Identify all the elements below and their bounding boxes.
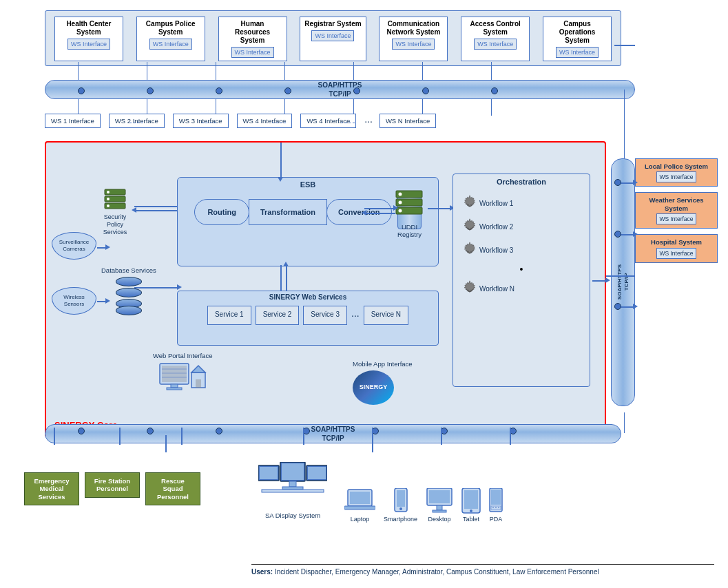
svg-rect-37 xyxy=(344,506,375,510)
svg-point-40 xyxy=(399,507,402,510)
service-3: Service 3 xyxy=(303,306,347,325)
uddi-esb-arrowhead xyxy=(362,210,366,216)
esb-sec-arrowhead xyxy=(132,207,136,213)
svg-rect-29 xyxy=(282,463,304,480)
rescue-squad-title: Rescue Squad Personnel xyxy=(152,477,194,501)
tablet-icon xyxy=(461,488,481,514)
ws-iface-5: WS 4 Interface xyxy=(300,114,356,128)
bpipe-to-laptop xyxy=(372,428,373,445)
top-pipe: SOAP/HTTPS TCP/IP xyxy=(45,80,635,99)
web-portal-label: Web Portal Interface xyxy=(153,352,212,359)
workflow-n-item: Workflow N xyxy=(460,279,583,298)
rpipe-dot-2 xyxy=(614,231,621,238)
sinergy-logo-text: SINERGY xyxy=(360,384,388,391)
human-resources-ws: WS Interface xyxy=(231,47,274,58)
right-vertical-pipe: SOAP/HTTPSTCP/IP xyxy=(611,158,635,406)
esb-to-ws-vline xyxy=(280,265,282,293)
db-disk-1 xyxy=(116,277,142,286)
laptop-group: Laptop xyxy=(344,488,375,523)
server-icon-group xyxy=(101,184,129,211)
right-systems-group: Local Police System WS Interface Weather… xyxy=(635,158,718,269)
dash-2 xyxy=(202,123,216,123)
sinergy-core: SINERGY Core SurveillanceCameras Wireles… xyxy=(45,141,606,437)
hosp-arrowhead xyxy=(633,304,638,309)
wireless-cloud: WirelessSensors xyxy=(52,287,96,315)
main-wrapper: Health Center System WS Interface Campus… xyxy=(7,7,721,581)
health-center-ws: WS Interface xyxy=(67,39,110,50)
ws-iface-1: WS 1 Interface xyxy=(45,114,101,128)
svg-rect-33 xyxy=(282,487,303,490)
uddi-server-svg xyxy=(394,187,425,222)
right-top-pipe-hconn xyxy=(614,45,635,46)
campus-police-ws: WS Interface xyxy=(149,39,192,50)
desktop-icon xyxy=(426,488,453,514)
rescue-squad-box: Rescue Squad Personnel xyxy=(145,472,200,505)
vconn-1 xyxy=(78,62,79,81)
users-text: Users: Incident Dispacher, Emergency Man… xyxy=(251,568,714,576)
pipe-dot-7 xyxy=(491,87,498,94)
laptop-icon xyxy=(344,488,375,514)
svg-rect-27 xyxy=(260,467,278,479)
system-human-resources: Human Resources System WS Interface xyxy=(218,17,287,61)
bpipe-dot-5 xyxy=(372,428,379,434)
pipe-dot-5 xyxy=(353,87,360,94)
svg-rect-31 xyxy=(308,467,326,479)
uddi-label: UDDIRegistry xyxy=(394,223,425,239)
server-svg xyxy=(101,184,129,211)
communication-title: Communication Network System xyxy=(384,20,443,36)
campus-operations-title: Campus Operations System xyxy=(548,20,607,45)
svg-rect-42 xyxy=(429,490,450,503)
pipe-dot-4 xyxy=(284,87,291,94)
access-control-ws: WS Interface xyxy=(474,39,517,50)
campus-operations-ws: WS Interface xyxy=(556,47,599,58)
bottom-green-systems: Emergency Medical Services Fire Station … xyxy=(24,472,200,505)
bpipe-to-devices xyxy=(510,428,511,445)
db-disk-2 xyxy=(116,288,142,297)
uddi-to-esb-arrow xyxy=(364,213,395,214)
sec-to-esb-arrow xyxy=(134,206,179,207)
top-esb-arrowhead xyxy=(278,177,283,182)
bpipe-dot-3 xyxy=(216,428,222,434)
workflow-ellipsis: • xyxy=(453,264,590,275)
workflow-2-item: Workflow 2 xyxy=(460,217,583,236)
hospital-title: Hospital System xyxy=(639,238,714,246)
communication-ws: WS Interface xyxy=(392,39,435,50)
service-2: Service 2 xyxy=(256,306,300,325)
vconn-5 xyxy=(353,62,354,81)
workflow-2-label: Workflow 2 xyxy=(479,223,513,231)
ws-iface-2: WS 2 Interface xyxy=(109,114,165,128)
svg-point-5 xyxy=(107,204,110,207)
pipe-dot-6 xyxy=(422,87,429,94)
sa-display-group: SA Display System xyxy=(258,462,327,519)
ws-interfaces-row: WS 1 Interface WS 2 Interface WS 3 Inter… xyxy=(45,114,621,128)
gear-icon-2 xyxy=(460,217,479,236)
web-portal-icon xyxy=(158,362,207,400)
workflow-1-label: Workflow 1 xyxy=(479,200,513,207)
bottom-pipe-container: SOAP/HTTPS TCP/IP xyxy=(45,424,621,443)
top-systems-row: Health Center System WS Interface Campus… xyxy=(50,17,616,61)
esb-to-uddi-arrow xyxy=(364,208,395,209)
vconn-2 xyxy=(147,62,147,81)
svg-rect-22 xyxy=(167,388,182,390)
desktop-group: Desktop xyxy=(426,488,453,523)
ws-to-esb-vline xyxy=(286,265,287,293)
top-pipe-container: SOAP/HTTPS TCP/IP xyxy=(45,80,635,99)
right-pipe-label: SOAP/HTTPSTCP/IP xyxy=(616,264,630,300)
weather-ws: WS Interface xyxy=(656,213,696,224)
workflow-3-label: Workflow 3 xyxy=(479,246,513,254)
right-system-local-police: Local Police System WS Interface xyxy=(635,158,718,187)
workflow-n-label: Workflow N xyxy=(479,285,514,293)
svg-rect-25 xyxy=(196,379,201,388)
bottom-devices-row: Laptop Smartphone Desktop xyxy=(344,488,503,523)
surv-arrow xyxy=(97,247,107,249)
campus-police-title: Campus Police System xyxy=(141,20,200,36)
vconn-4 xyxy=(284,62,285,81)
health-center-title: Health Center System xyxy=(59,20,118,36)
tablet-label: Tablet xyxy=(461,516,481,523)
users-bar: Users: Incident Dispacher, Emergency Man… xyxy=(251,564,714,576)
system-registrar: Registrar System WS Interface xyxy=(300,17,366,61)
bottom-pipe: SOAP/HTTPS TCP/IP xyxy=(45,424,621,443)
bpipe-dot-7 xyxy=(510,428,517,434)
bpipe-dot-4 xyxy=(303,428,310,434)
bpipe-to-rescue xyxy=(181,428,183,445)
